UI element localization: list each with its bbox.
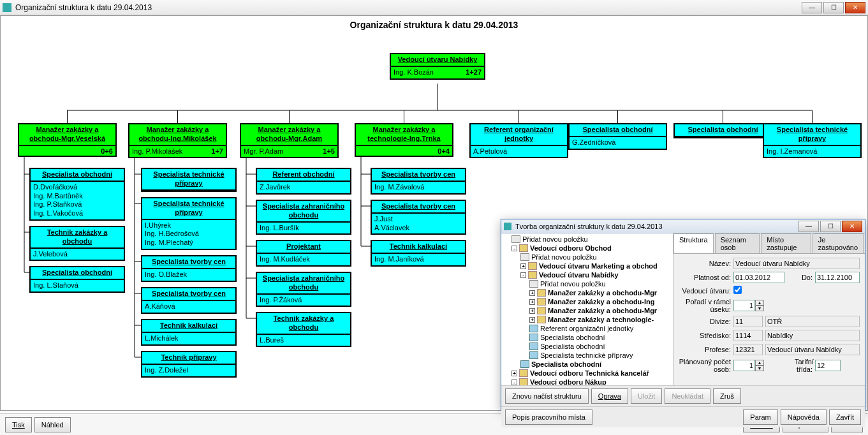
org-node[interactable]: Referent organizační jednotkyA.Petulová — [469, 123, 568, 158]
tree-node[interactable]: Manažer zakázky a obchodu-Ing — [548, 298, 654, 306]
tab-je-zastupovano[interactable]: Je zastupováno — [813, 233, 864, 253]
sub-napoveda-button[interactable]: Nápověda — [781, 409, 827, 425]
popis-button[interactable]: Popis pracovního místa — [505, 409, 592, 425]
org-node[interactable]: Specialista obchodníIng. L.Staňová — [29, 266, 125, 293]
org-node-title: Vedoucí útvaru Nabídky — [391, 54, 484, 67]
toggle-icon[interactable]: + — [529, 317, 535, 323]
org-node-title: Technik kalkulací — [372, 241, 465, 254]
profese-code-field[interactable] — [733, 344, 763, 355]
zrus-button[interactable]: Zruš — [713, 388, 741, 404]
org-node-body: Ing. M.Závalová — [372, 182, 465, 193]
divize-label: Divize: — [679, 318, 731, 325]
org-node[interactable]: Specialista zahraničního obchoduIng. L.B… — [256, 200, 351, 235]
org-node[interactable]: Technik zakázky a obchoduL.Bureš — [256, 312, 351, 347]
org-node[interactable]: Technik přípravyIng. Z.Doležel — [141, 351, 237, 378]
org-node[interactable]: Manažer zakázky a obchodu-Ing.Mikolášek1… — [128, 123, 227, 158]
org-node[interactable]: Technik kalkulacíIng. M.Janíková — [371, 240, 466, 267]
sub-zavrit-button[interactable]: Zavřít — [829, 409, 861, 425]
org-node-body: Ing. O.Blažek — [142, 269, 235, 281]
sub-maximize-button[interactable]: ☐ — [820, 221, 841, 232]
tarif-field[interactable] — [815, 360, 841, 371]
tree-node[interactable]: Manažer zakázky a obchodu-Mgr — [548, 289, 657, 297]
tree-node[interactable]: Manažer zakázky a technologie- — [548, 316, 654, 323]
tree-add[interactable]: Přidat novou položku — [522, 235, 588, 243]
org-node[interactable]: ProjektantIng. M.Kudláček — [256, 240, 351, 267]
minimize-button[interactable]: — — [802, 2, 822, 13]
tree-node[interactable]: Manažer zakázky a obchodu-Mgr — [548, 307, 657, 314]
toggle-icon[interactable]: + — [520, 263, 526, 269]
sub-window[interactable]: Tvorba organizační struktury k datu 29.0… — [501, 219, 865, 410]
leaf-icon — [529, 343, 538, 350]
toggle-icon[interactable]: - — [520, 272, 526, 278]
tree-leaf[interactable]: Specialista obchodní — [540, 343, 605, 350]
toggle-icon[interactable]: + — [529, 299, 535, 305]
org-node-title: Specialista tvorby cen — [142, 256, 235, 269]
org-node-body: 1+27Ing. K.Bozán — [391, 67, 484, 78]
nazev-field[interactable] — [733, 258, 860, 269]
tree-node[interactable]: Vedoucí útvaru Marketing a obchod — [539, 262, 658, 270]
org-node[interactable]: Specialista tvorby cenA.Káňová — [141, 287, 237, 314]
spin-up-icon[interactable]: ▲ — [755, 300, 764, 306]
org-node[interactable]: Specialista technické přípravy — [141, 168, 237, 192]
tree-node[interactable]: Vedoucí odboru Technická kancelář — [530, 369, 649, 377]
spin-down-icon[interactable]: ▼ — [755, 365, 764, 371]
tree-leaf[interactable]: Specialista obchodní — [540, 334, 605, 341]
tisk-button[interactable]: Tisk — [5, 417, 32, 432]
toggle-icon[interactable]: + — [511, 371, 517, 376]
poradi-field[interactable] — [733, 300, 755, 311]
org-node[interactable]: Manažer zakázky a obchodu-Mgr.Veselská0+… — [18, 123, 117, 157]
platnost-od-field[interactable] — [733, 272, 784, 283]
org-node-body: A.Petulová — [471, 146, 567, 158]
oprava-button[interactable]: Oprava — [591, 388, 628, 404]
tree-pane[interactable]: Přidat novou položku -Vedoucí odboru Obc… — [501, 233, 673, 385]
org-node[interactable]: Specialista tvorby cenJ.Just A.Václavek — [371, 200, 466, 235]
org-node[interactable]: Specialista tvorby cenIng. O.Blažek — [141, 255, 237, 282]
tree-node[interactable]: Vedoucí útvaru Nabídky — [539, 271, 619, 279]
org-node[interactable]: Specialista technické přípravyI.Uhýrek I… — [141, 197, 237, 250]
toggle-icon[interactable]: - — [511, 246, 517, 251]
vedouci-checkbox[interactable] — [733, 286, 742, 294]
org-node[interactable]: Specialista technické přípravyIng. I.Zem… — [763, 123, 862, 158]
org-node[interactable]: Specialista zahraničního obchoduIng. P.Ž… — [256, 272, 351, 307]
stredisko-code-field[interactable] — [733, 330, 763, 341]
tab-misto-zastupuje[interactable]: Místo zastupuje — [761, 233, 811, 253]
toggle-icon[interactable]: + — [529, 308, 535, 314]
org-node[interactable]: Manažer zakázky a obchodu-Mgr.Adam1+5Mgr… — [240, 123, 339, 158]
org-node[interactable]: Specialista obchodníG.Zedníčková — [568, 123, 667, 150]
tab-seznam-osob[interactable]: Seznam osob — [715, 233, 760, 253]
tree-leaf[interactable]: Referent organizační jednotky — [540, 325, 633, 332]
org-node[interactable]: Technik kalkulacíL.Michálek — [141, 319, 237, 346]
ulozit-button: Uložit — [631, 388, 663, 404]
org-node[interactable]: Manažer zakázky a technologie-Ing.Trnka0… — [355, 123, 453, 157]
maximize-button[interactable]: ☐ — [823, 2, 844, 13]
sub-close-button[interactable]: ✕ — [842, 221, 862, 232]
sub-minimize-button[interactable]: — — [798, 221, 819, 232]
org-node[interactable]: Referent obchodníZ.Javůrek — [256, 168, 351, 195]
planovany-field[interactable] — [733, 360, 755, 371]
platnost-do-field[interactable] — [815, 272, 860, 283]
tree-node[interactable]: Specialista obchodní — [531, 360, 601, 368]
spin-up-icon[interactable]: ▲ — [755, 360, 764, 365]
org-node-title: Specialista obchodní — [31, 267, 124, 280]
sub-param-button[interactable]: Param — [743, 409, 777, 425]
toggle-icon[interactable]: - — [511, 380, 517, 385]
tree-node[interactable]: Vedoucí odboru Obchod — [530, 244, 612, 252]
tree-add[interactable]: Přidat novou položku — [540, 280, 606, 288]
tree-add[interactable]: Přidat novou položku — [531, 253, 597, 261]
znovu-button[interactable]: Znovu načíst strukturu — [505, 388, 589, 404]
org-node[interactable]: Vedoucí útvaru Nabídky1+27Ing. K.Bozán — [390, 53, 485, 80]
close-button[interactable]: ✕ — [845, 2, 865, 13]
tree-node[interactable]: Vedoucí odboru Nákup — [530, 378, 607, 385]
divize-text-field — [765, 316, 860, 327]
spin-down-icon[interactable]: ▼ — [755, 306, 764, 311]
org-node[interactable]: Specialista obchodní — [673, 123, 772, 138]
org-node[interactable]: Technik zakázky a obchoduJ.Velebová — [29, 226, 125, 261]
nahled-button[interactable]: Náhled — [34, 417, 71, 432]
org-node[interactable]: Specialista obchodníD.Dvořáčková Ing. M.… — [29, 168, 125, 221]
tree-leaf[interactable]: Specialista technické přípravy — [540, 351, 633, 359]
org-node[interactable]: Specialista tvorby cenIng. M.Závalová — [371, 168, 466, 195]
toggle-icon[interactable]: + — [529, 290, 535, 296]
tab-struktura[interactable]: Struktura — [673, 233, 714, 253]
org-node-title: Technik kalkulací — [142, 320, 235, 333]
divize-code-field[interactable] — [733, 316, 763, 327]
